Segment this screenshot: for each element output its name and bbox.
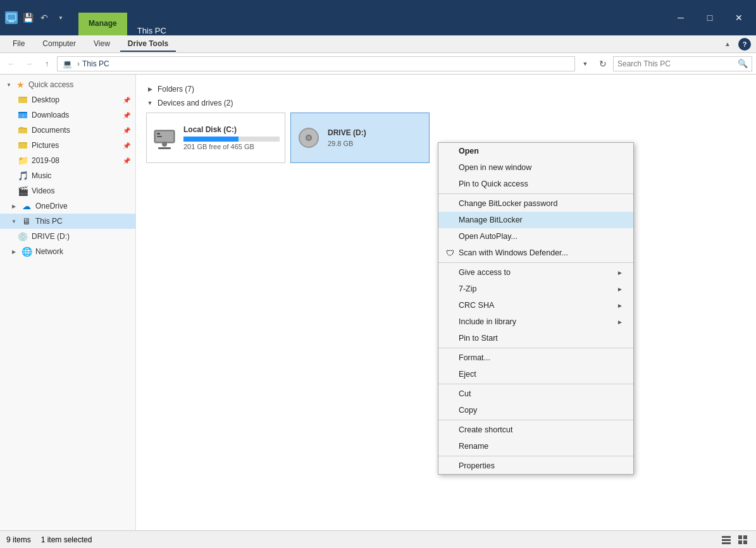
ctx-scan-defender[interactable]: 🛡 Scan with Windows Defender...	[438, 245, 633, 261]
ctx-open-new-window[interactable]: Open in new window	[438, 159, 633, 176]
ribbon-expand-btn[interactable]: ▲	[719, 38, 736, 50]
ctx-create-shortcut-label: Create shortcut	[459, 425, 512, 434]
sidebar-item-network[interactable]: ▶ 🌐 Network	[0, 244, 135, 259]
ctx-open-autoplay[interactable]: Open AutoPlay...	[438, 228, 633, 245]
sidebar-item-videos[interactable]: 🎬 Videos	[0, 183, 135, 198]
videos-label: Videos	[32, 186, 54, 195]
folders-section-header[interactable]: ▶ Folders (7)	[146, 85, 746, 94]
downloads-icon: ↓	[18, 110, 28, 120]
forward-button[interactable]: →	[22, 56, 37, 71]
drive-c-bar-container	[183, 137, 280, 142]
statusbar: 9 items 1 item selected	[0, 530, 756, 548]
sidebar-quick-access[interactable]: ▼ ★ Quick access	[0, 77, 135, 92]
videos-icon: 🎬	[18, 186, 28, 196]
tab-view[interactable]: View	[86, 37, 118, 52]
ctx-pin-quick-access[interactable]: Pin to Quick access	[438, 176, 633, 192]
address-path[interactable]: 💻 › This PC	[57, 56, 575, 71]
ctx-eject-label: Eject	[459, 370, 476, 379]
svg-rect-23	[722, 536, 731, 538]
ctx-sep-2	[438, 262, 633, 263]
onedrive-expand-icon: ▶	[10, 202, 18, 210]
svg-text:↓: ↓	[22, 113, 24, 118]
svg-rect-3	[18, 98, 27, 103]
drives-toggle-icon[interactable]: ▼	[146, 99, 154, 107]
qat-save-btn[interactable]: 💾	[22, 11, 34, 24]
sidebar: ▼ ★ Quick access Desktop 📌 ↓ Downloads 📌…	[0, 75, 136, 530]
ctx-cut[interactable]: Cut	[438, 386, 633, 402]
drive-d-tile[interactable]: DRIVE (D:) 29.8 GB	[290, 113, 430, 163]
ctx-crc-sha-label: CRC SHA	[459, 301, 494, 310]
ctx-open-new-window-label: Open in new window	[459, 163, 531, 172]
ctx-copy[interactable]: Copy	[438, 402, 633, 418]
ctx-rename[interactable]: Rename	[438, 438, 633, 454]
ctx-eject[interactable]: Eject	[438, 366, 633, 382]
downloads-pin-icon: 📌	[123, 112, 130, 119]
sidebar-item-thispc[interactable]: ▼ 🖥 This PC	[0, 214, 135, 229]
refresh-button[interactable]: ↻	[595, 56, 610, 71]
ctx-give-access[interactable]: Give access to ►	[438, 264, 633, 281]
sidebar-item-music[interactable]: 🎵 Music	[0, 168, 135, 183]
drives-section-header[interactable]: ▼ Devices and drives (2)	[146, 99, 746, 107]
sidebar-item-pictures[interactable]: Pictures 📌	[0, 138, 135, 153]
view-tiles-btn[interactable]	[736, 533, 750, 547]
tab-drive-tools[interactable]: Drive Tools	[120, 37, 176, 52]
2019-label: 2019-08	[32, 156, 59, 165]
documents-icon	[18, 125, 28, 135]
qat-dropdown-btn[interactable]: ▼	[54, 11, 67, 24]
ctx-open[interactable]: Open	[438, 143, 633, 159]
sidebar-item-desktop[interactable]: Desktop 📌	[0, 92, 135, 107]
path-icon: 💻	[63, 59, 72, 68]
address-bar: ← → ↑ 💻 › This PC ▼ ↻ 🔍	[0, 53, 756, 75]
ctx-create-shortcut[interactable]: Create shortcut	[438, 422, 633, 438]
close-button[interactable]: ✕	[724, 8, 753, 28]
onedrive-icon: ☁	[22, 201, 32, 211]
tab-computer[interactable]: Computer	[35, 37, 84, 52]
search-icon: 🔍	[738, 59, 748, 68]
ctx-pin-start[interactable]: Pin to Start	[438, 330, 633, 346]
ctx-format[interactable]: Format...	[438, 350, 633, 366]
tab-file[interactable]: File	[5, 37, 32, 52]
folders-label: Folders (7)	[158, 85, 194, 94]
ctx-sep-6	[438, 456, 633, 456]
sidebar-item-drive-d[interactable]: 💿 DRIVE (D:)	[0, 229, 135, 244]
search-box[interactable]: 🔍	[613, 56, 752, 71]
include-library-arrow-icon: ►	[617, 319, 623, 326]
svg-rect-24	[722, 539, 731, 541]
svg-rect-16	[158, 147, 171, 149]
7zip-arrow-icon: ►	[617, 286, 623, 293]
drive-d-name: DRIVE (D:)	[328, 128, 424, 137]
back-button[interactable]: ←	[4, 56, 19, 71]
ctx-scan-defender-label: Scan with Windows Defender...	[459, 248, 568, 257]
ctx-crc-sha[interactable]: CRC SHA ►	[438, 297, 633, 314]
pictures-label: Pictures	[32, 141, 59, 150]
ctx-include-library[interactable]: Include in library ►	[438, 314, 633, 330]
drive-c-free: 201 GB free of 465 GB	[183, 143, 280, 150]
svg-rect-8	[18, 129, 27, 133]
view-list-btn[interactable]	[719, 533, 733, 547]
ctx-properties[interactable]: Properties	[438, 458, 633, 474]
maximize-button[interactable]: □	[695, 8, 724, 28]
sidebar-item-downloads[interactable]: ↓ Downloads 📌	[0, 107, 135, 123]
manage-tab[interactable]: Manage	[78, 13, 127, 35]
ctx-change-bitlocker-label: Change BitLocker password	[459, 199, 557, 208]
up-button[interactable]: ↑	[39, 56, 54, 71]
ctx-sep-4	[438, 384, 633, 384]
ctx-sep-5	[438, 420, 633, 420]
sidebar-item-2019[interactable]: 📁 2019-08 📌	[0, 153, 135, 168]
folders-toggle-icon[interactable]: ▶	[146, 85, 154, 93]
search-input[interactable]	[617, 59, 738, 68]
dropdown-path-btn[interactable]: ▼	[578, 56, 593, 71]
ctx-change-bitlocker[interactable]: Change BitLocker password	[438, 195, 633, 212]
minimize-button[interactable]: ─	[666, 8, 695, 28]
thispc-expand-icon: ▼	[10, 217, 18, 225]
sidebar-item-documents[interactable]: Documents 📌	[0, 123, 135, 138]
ctx-7zip[interactable]: 7-Zip ►	[438, 281, 633, 297]
sidebar-item-onedrive[interactable]: ▶ ☁ OneDrive	[0, 198, 135, 214]
thispc-icon: 🖥	[22, 216, 32, 226]
ctx-manage-bitlocker[interactable]: Manage BitLocker	[438, 212, 633, 228]
2019-pin-icon: 📌	[123, 157, 130, 164]
help-button[interactable]: ?	[738, 38, 751, 51]
qat-undo-btn[interactable]: ↶	[38, 11, 51, 24]
downloads-label: Downloads	[32, 111, 69, 119]
drive-c-tile[interactable]: Local Disk (C:) 201 GB free of 465 GB	[146, 113, 285, 163]
